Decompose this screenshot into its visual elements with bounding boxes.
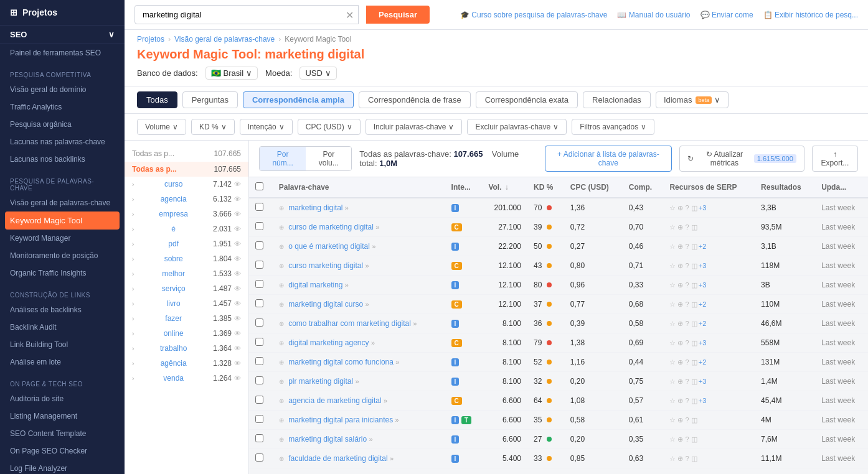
row-checkbox[interactable] xyxy=(255,203,263,211)
filter-include[interactable]: Incluir palavras-chave ∨ xyxy=(366,119,463,135)
tab-perguntas[interactable]: Perguntas xyxy=(182,91,238,108)
cell-cpc: 0,85 xyxy=(564,449,623,468)
cell-checkbox xyxy=(249,218,273,237)
lp-row-e[interactable]: › é 2.031 👁 xyxy=(125,221,248,236)
sidebar-item-logfile[interactable]: Log File Analyzer xyxy=(0,460,125,474)
keyword-link[interactable]: agencia de marketing digital xyxy=(288,396,381,405)
sidebar-item-monit-posicao[interactable]: Monitoramento de posição xyxy=(0,247,125,264)
row-checkbox[interactable] xyxy=(255,453,263,462)
lp-row-online[interactable]: › online 1.369 👁 xyxy=(125,326,248,341)
sidebar-item-lacunas-palavras[interactable]: Lacunas nas palavras-chave xyxy=(0,133,125,151)
keyword-link[interactable]: curso de marketing digital xyxy=(288,223,374,231)
toggle-vol-button[interactable]: Por volu... xyxy=(306,147,351,170)
lp-row-venda[interactable]: › venda 1.264 👁 xyxy=(125,371,248,386)
sidebar-item-lacunas-backlinks[interactable]: Lacunas nos backlinks xyxy=(0,151,125,168)
lp-row-servico[interactable]: › serviço 1.487 👁 xyxy=(125,281,248,296)
lp-row-livro[interactable]: › livro 1.457 👁 xyxy=(125,296,248,311)
sidebar-item-seo[interactable]: SEO ∨ xyxy=(0,26,125,44)
keyword-link[interactable]: faculdade de marketing digital xyxy=(288,454,387,463)
sidebar-projects[interactable]: ⊞ Projetos xyxy=(0,0,125,26)
sidebar-item-keyword-manager[interactable]: Keyword Manager xyxy=(0,230,125,247)
keyword-link[interactable]: marketing digital salário xyxy=(288,435,367,444)
lp-row-trabalho[interactable]: › trabalho 1.364 👁 xyxy=(125,341,248,356)
sidebar-item-visao-dominio[interactable]: Visão geral do domínio xyxy=(0,81,125,98)
keyword-link[interactable]: marketing digital curso xyxy=(288,300,363,309)
row-checkbox[interactable] xyxy=(255,222,263,230)
toggle-num-button[interactable]: Por núm... xyxy=(260,147,306,170)
sidebar-item-seo-content[interactable]: SEO Content Template xyxy=(0,425,125,442)
tab-relacionadas[interactable]: Relacionadas xyxy=(583,91,651,108)
search-input[interactable] xyxy=(134,5,359,24)
tab-todas[interactable]: Todas xyxy=(137,91,177,108)
tab-correspondencia-exata[interactable]: Correspondência exata xyxy=(476,91,578,108)
keyword-link[interactable]: marketing digital para iniciantes xyxy=(288,416,393,424)
lp-row-curso[interactable]: › curso 7.142 👁 xyxy=(125,177,248,192)
keyword-link[interactable]: digital marketing xyxy=(288,281,342,289)
lp-row-pdf[interactable]: › pdf 1.951 👁 xyxy=(125,236,248,251)
row-checkbox[interactable] xyxy=(255,318,263,327)
lp-row-melhor[interactable]: › melhor 1.533 👁 xyxy=(125,266,248,281)
row-checkbox[interactable] xyxy=(255,261,263,269)
keyword-link[interactable]: como trabalhar com marketing digital xyxy=(288,319,411,328)
enviar-link[interactable]: 💬 Enviar come xyxy=(701,11,753,19)
sidebar-item-visao-palavras[interactable]: Visão geral de palavras-chave xyxy=(0,194,125,211)
sidebar-item-traffic-analytics[interactable]: Traffic Analytics xyxy=(0,98,125,116)
keyword-link[interactable]: o que é marketing digital xyxy=(288,242,370,251)
row-checkbox[interactable] xyxy=(255,299,263,307)
manual-link[interactable]: 📖 Manual do usuário xyxy=(617,11,690,19)
keyword-link[interactable]: plr marketing digital xyxy=(288,377,353,386)
lp-row-agencia[interactable]: › agencia 6.132 👁 xyxy=(125,192,248,207)
tab-correspondencia-frase[interactable]: Correspondência de frase xyxy=(359,91,471,108)
search-button[interactable]: Pesquisar xyxy=(366,6,430,24)
lp-row-all[interactable]: Todas as p... 107.665 xyxy=(125,162,248,177)
row-checkbox[interactable] xyxy=(255,396,263,404)
lp-row-sobre[interactable]: › sobre 1.804 👁 xyxy=(125,251,248,266)
search-clear-button[interactable]: ✕ xyxy=(341,6,359,23)
sidebar-item-pesquisa-organica[interactable]: Pesquisa orgânica xyxy=(0,116,125,133)
keyword-link[interactable]: curso marketing digital xyxy=(288,261,363,270)
lp-row-agencia2[interactable]: › agência 1.328 👁 xyxy=(125,356,248,371)
row-checkbox[interactable] xyxy=(255,357,263,365)
historico-link[interactable]: 📋 Exibir histórico de pesq... xyxy=(763,11,858,19)
sidebar-item-auditoria[interactable]: Auditoria do site xyxy=(0,390,125,407)
filter-exclude[interactable]: Excluir palavras-chave ∨ xyxy=(467,119,567,135)
breadcrumb-visao[interactable]: Visão geral de palavras-chave xyxy=(174,35,275,44)
add-list-button[interactable]: + Adicionar à lista de palavras-chave xyxy=(545,146,672,172)
projects-label: Projetos xyxy=(22,7,57,17)
row-checkbox[interactable] xyxy=(255,280,263,288)
sidebar-item-listing[interactable]: Listing Management xyxy=(0,407,125,425)
row-checkbox[interactable] xyxy=(255,415,263,423)
row-checkbox[interactable] xyxy=(255,434,263,442)
currency-selector[interactable]: USD ∨ xyxy=(300,67,336,80)
sidebar-item-backlink-audit[interactable]: Backlink Audit xyxy=(0,318,125,336)
export-button[interactable]: ↑ Export... xyxy=(812,146,858,172)
breadcrumb-projetos[interactable]: Projetos xyxy=(137,35,164,44)
row-checkbox[interactable] xyxy=(255,338,263,346)
filter-advanced[interactable]: Filtros avançados ∨ xyxy=(572,119,654,135)
sidebar-item-link-building[interactable]: Link Building Tool xyxy=(0,336,125,353)
row-checkbox[interactable] xyxy=(255,376,263,384)
filter-kd[interactable]: KD % ∨ xyxy=(191,119,235,135)
keyword-link[interactable]: digital marketing agency xyxy=(288,338,369,347)
select-all-checkbox[interactable] xyxy=(255,182,263,190)
lp-row-fazer[interactable]: › fazer 1.385 👁 xyxy=(125,311,248,326)
tab-correspondencia-ampla[interactable]: Correspondência ampla xyxy=(243,91,354,108)
tab-idiomas[interactable]: Idiomas beta ∨ xyxy=(656,91,729,108)
filter-volume[interactable]: Volume ∨ xyxy=(137,119,186,135)
filter-intencao[interactable]: Intenção ∨ xyxy=(240,119,293,135)
sidebar-item-keyword-magic[interactable]: Keyword Magic Tool xyxy=(5,211,120,230)
col-volume[interactable]: Vol. ↓ xyxy=(482,177,527,198)
keyword-link[interactable]: marketing digital xyxy=(288,203,342,212)
sidebar-item-analise-lote[interactable]: Análise em lote xyxy=(0,353,125,371)
row-checkbox[interactable] xyxy=(255,241,263,249)
sidebar-item-organic-traffic[interactable]: Organic Traffic Insights xyxy=(0,264,125,282)
sidebar-item-painel[interactable]: Painel de ferramentas SEO xyxy=(0,44,125,62)
country-selector[interactable]: 🇧🇷 Brasil ∨ xyxy=(205,67,258,80)
sidebar-item-onpage-checker[interactable]: On Page SEO Checker xyxy=(0,442,125,460)
sidebar-item-backlinks[interactable]: Análises de backlinks xyxy=(0,301,125,318)
update-metrics-button[interactable]: ↻ ↻ Atualizar métricas 1.615/5.000 xyxy=(679,146,804,172)
filter-cpc[interactable]: CPC (USD) ∨ xyxy=(298,119,361,135)
keyword-link[interactable]: marketing digital como funciona xyxy=(288,358,394,366)
lp-row-empresa[interactable]: › empresa 3.666 👁 xyxy=(125,207,248,221)
course-link[interactable]: 🎓 Curso sobre pesquisa de palavras-chave xyxy=(460,11,607,19)
